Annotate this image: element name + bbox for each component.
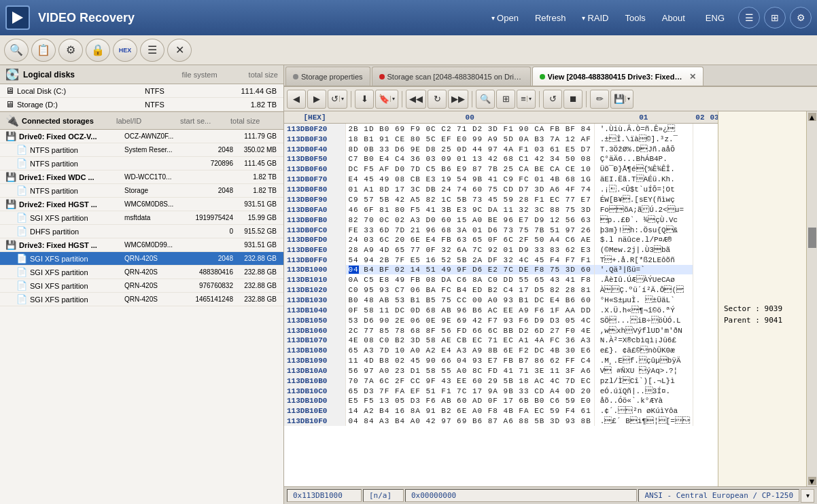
scroll-thumb[interactable] xyxy=(808,228,816,248)
hex-address-cell[interactable]: 113DB1060 xyxy=(284,325,345,336)
drive-tree-item[interactable]: 💾 Drive3: Fixed HGST ... WMC6M0D99... 93… xyxy=(0,238,283,252)
drive-tree-item[interactable]: 💾 Drive1: Fixed WDC ... WD-WCC1T0... 1.8… xyxy=(0,170,283,184)
hex-bytes-cell[interactable]: C9 57 5B 42 A5 82 1C 5B 73 45 59 28 F1 E… xyxy=(345,194,594,204)
hex-bytes-cell[interactable]: C0 95 93 C7 06 BA FC B4 ED B2 C4 17 D5 8… xyxy=(345,285,594,295)
partition-tree-item[interactable]: 📄 SGI XFS partition QRN-420S 488380416 2… xyxy=(0,266,283,279)
menu-refresh[interactable]: Refresh xyxy=(528,10,573,26)
scrollbar[interactable]: ▲ ▼ xyxy=(806,111,817,486)
find-btn[interactable]: 🔍 xyxy=(476,90,495,109)
menu-icon-btn[interactable]: ☰ xyxy=(738,7,760,29)
hex-bytes-cell[interactable]: 2B 1D B0 69 F9 0C C2 71 D2 3D F1 90 CA F… xyxy=(345,124,594,134)
hex-bytes-cell[interactable]: 0A C5 E8 49 FB 08 DA C6 8A C0 DD 55 65 4… xyxy=(345,274,594,285)
download-btn[interactable]: ⬇ xyxy=(355,90,374,109)
partition-tree-item[interactable]: 📄 SGI XFS partition msftdata 1919975424 … xyxy=(0,211,283,225)
drive-tree-item[interactable]: 💾 Drive2: Fixed HGST ... WMC6M0D8S... 93… xyxy=(0,198,283,211)
list-tool-btn[interactable]: ☰ xyxy=(140,39,164,62)
back-btn[interactable]: ◀ xyxy=(287,90,306,109)
hex-address-cell[interactable]: 113DB1040 xyxy=(284,305,345,315)
hex-bytes-cell[interactable]: 65 D3 7F FA EF 51 F1 7C 17 9A 9B 33 CD A… xyxy=(345,386,594,396)
hex-address-cell[interactable]: 113DB0FC0 xyxy=(284,225,345,235)
tab-0[interactable]: Storage properties xyxy=(285,67,370,86)
hex-bytes-cell[interactable]: 04 84 A3 B4 A0 42 97 69 B6 87 A6 88 5B 3… xyxy=(345,416,594,426)
save-btn[interactable]: 💾▾ xyxy=(610,90,633,109)
search-tool-btn[interactable]: 🔍 xyxy=(4,39,29,62)
next-btn[interactable]: ▶▶ xyxy=(448,90,468,109)
hex-address-cell[interactable]: 113DB0F40 xyxy=(284,144,345,154)
hex-address-cell[interactable]: 113DB1080 xyxy=(284,345,345,355)
hex-tool-btn[interactable]: HEX xyxy=(113,39,137,62)
hex-address-cell[interactable]: 113DB0F90 xyxy=(284,194,345,204)
hex-address-cell[interactable]: 113DB1010 xyxy=(284,274,345,285)
tab-1[interactable]: Storage scan [2048-488380415 on Drive3:.… xyxy=(372,67,531,86)
logical-disk-item[interactable]: 🖥 Storage (D:) NTFS 1.82 TB xyxy=(0,98,283,111)
hex-bytes-cell[interactable]: 14 A2 B4 16 8A 91 B2 6E A0 F8 4B FA EC 5… xyxy=(345,406,594,416)
options-btn[interactable]: ≡▾ xyxy=(517,90,536,109)
hex-bytes-cell[interactable]: E4 45 49 08 CB E3 19 54 9B 41 C9 FC 01 4… xyxy=(345,174,594,184)
hex-bytes-cell[interactable]: 46 6F 81 80 F5 41 3B E3 9C DA 11 32 3C 8… xyxy=(345,204,594,215)
hex-bytes-cell[interactable]: 53 D6 90 2E 06 0E 9E 69 42 F7 93 F6 D9 D… xyxy=(345,315,594,325)
menu-about[interactable]: About xyxy=(655,10,692,26)
scroll-down-btn[interactable]: ▼ xyxy=(808,477,816,485)
scroll-up-btn[interactable]: ▲ xyxy=(808,113,816,121)
encoding-dropdown-btn[interactable]: ▾ xyxy=(801,489,814,503)
hex-address-cell[interactable]: 113DB1090 xyxy=(284,355,345,365)
hex-bytes-cell[interactable]: 54 94 2B 7F E5 16 52 5B 2A DF 32 4C 45 F… xyxy=(345,255,594,265)
hex-address-cell[interactable]: 113DB10D0 xyxy=(284,396,345,406)
menu-tools[interactable]: Tools xyxy=(618,10,652,26)
gear-tool-btn[interactable]: ⚙ xyxy=(58,39,83,62)
reload-btn[interactable]: ↺ xyxy=(543,90,562,109)
hex-bytes-cell[interactable]: 04 B4 BF 02 14 51 49 9F D6 E2 7C DE F8 7… xyxy=(345,265,594,274)
hex-address-cell[interactable]: 113DB1000 xyxy=(284,265,345,274)
hex-address-cell[interactable]: 113DB0FE0 xyxy=(284,245,345,255)
partition-tree-item[interactable]: 📄 SGI XFS partition QRN-420S 1465141248 … xyxy=(0,293,283,306)
edit-btn[interactable]: ✏ xyxy=(590,90,609,109)
menu-open[interactable]: ▾ Open xyxy=(485,10,525,26)
hex-address-cell[interactable]: 113DB0F60 xyxy=(284,164,345,174)
stop-btn[interactable]: ⏹ xyxy=(563,90,583,109)
hex-bytes-cell[interactable]: C7 B0 E4 C4 36 03 09 01 13 42 68 C1 42 3… xyxy=(345,154,594,164)
hex-address-cell[interactable]: 113DB0FF0 xyxy=(284,255,345,265)
hex-address-cell[interactable]: 113DB0F80 xyxy=(284,184,345,194)
prev-btn[interactable]: ◀◀ xyxy=(406,90,426,109)
sync-btn[interactable]: ↻ xyxy=(428,90,447,109)
hex-address-cell[interactable]: 113DB10F0 xyxy=(284,416,345,426)
hex-address-cell[interactable]: 113DB0FB0 xyxy=(284,215,345,225)
hex-bytes-cell[interactable]: DC F5 AF D0 7D C5 B6 E9 87 7B 25 CA BE C… xyxy=(345,164,594,174)
hex-bytes-cell[interactable]: B0 48 AB 53 B1 B5 75 CC 00 A0 93 B1 DC E… xyxy=(345,295,594,305)
hex-bytes-cell[interactable]: 28 A9 4D 65 77 0F 32 6A 7C 92 01 D9 33 8… xyxy=(345,245,594,255)
logical-disk-item[interactable]: 🖥 Local Disk (C:) NTFS 111.44 GB xyxy=(0,84,283,98)
hex-address-cell[interactable]: 113DB0FD0 xyxy=(284,235,345,245)
hex-bytes-cell[interactable]: 8D 0B 33 D6 9E D8 25 0D 44 97 4A F1 03 6… xyxy=(345,144,594,154)
hex-address-cell[interactable]: 113DB1070 xyxy=(284,336,345,345)
drive-tree-item[interactable]: 💾 Drive0: Fixed OCZ-V... OCZ-AWNZ0F... 1… xyxy=(0,130,283,143)
lock-tool-btn[interactable]: 🔒 xyxy=(86,39,110,62)
hex-view[interactable]: [HEX]000102030405060708090A0B0C0D0E0F◀16… xyxy=(284,111,718,486)
partition-tree-item[interactable]: 📄 NTFS partition 720896 111.45 GB xyxy=(0,157,283,170)
hex-bytes-cell[interactable]: 2C 77 85 78 68 8F 56 FD 66 6C BB D2 6D 2… xyxy=(345,325,594,336)
hex-bytes-cell[interactable]: 24 03 6C 20 6E E4 FB 63 65 0F 6C 2F 50 A… xyxy=(345,235,594,245)
hex-bytes-cell[interactable]: E5 F5 13 05 D3 F6 AB 60 AD 0F 17 6B B0 C… xyxy=(345,396,594,406)
partition-tree-item[interactable]: 📄 NTFS partition Storage 2048 1.82 TB xyxy=(0,184,283,198)
hex-address-cell[interactable]: 113DB1050 xyxy=(284,315,345,325)
hex-address-cell[interactable]: 113DB0F70 xyxy=(284,174,345,184)
settings-icon-btn[interactable]: ⚙ xyxy=(790,7,812,29)
forward-btn[interactable]: ▶ xyxy=(307,90,326,109)
hex-bytes-cell[interactable]: 82 70 0C 02 A3 D0 60 15 A0 BE 96 E7 D9 1… xyxy=(345,215,594,225)
hex-address-cell[interactable]: 113DB10B0 xyxy=(284,376,345,386)
hex-address-cell[interactable]: 113DB0FA0 xyxy=(284,204,345,215)
hex-address-cell[interactable]: 113DB10C0 xyxy=(284,386,345,396)
partition-tree-item[interactable]: 📄 DHFS partition 0 915.52 GB xyxy=(0,225,283,238)
bookmark-btn[interactable]: 🔖▾ xyxy=(375,90,398,109)
hex-address-cell[interactable]: 113DB10A0 xyxy=(284,365,345,376)
hex-bytes-cell[interactable]: 11 4D B8 02 45 90 66 04 93 E7 FB B7 86 6… xyxy=(345,355,594,365)
tab-2[interactable]: View [2048-488380415 Drive3: Fixed H... … xyxy=(532,67,703,86)
partition-tree-item[interactable]: 📄 NTFS partition System Reser... 2048 35… xyxy=(0,143,283,157)
menu-raid[interactable]: ▾ RAID xyxy=(575,10,615,26)
phone-tool-btn[interactable]: 📋 xyxy=(31,39,56,62)
grid-btn[interactable]: ⊞ xyxy=(496,90,515,109)
history-btn[interactable]: ↺ ▾ xyxy=(328,90,347,109)
hex-bytes-cell[interactable]: 65 A3 7D 10 A0 A2 E4 A3 A9 8B 6E F2 DC 4… xyxy=(345,345,594,355)
hex-address-cell[interactable]: 113DB0F20 xyxy=(284,124,345,134)
hex-address-cell[interactable]: 113DB1020 xyxy=(284,285,345,295)
partition-tree-item[interactable]: 📄 SGI XFS partition QRN-420S 976760832 2… xyxy=(0,279,283,293)
